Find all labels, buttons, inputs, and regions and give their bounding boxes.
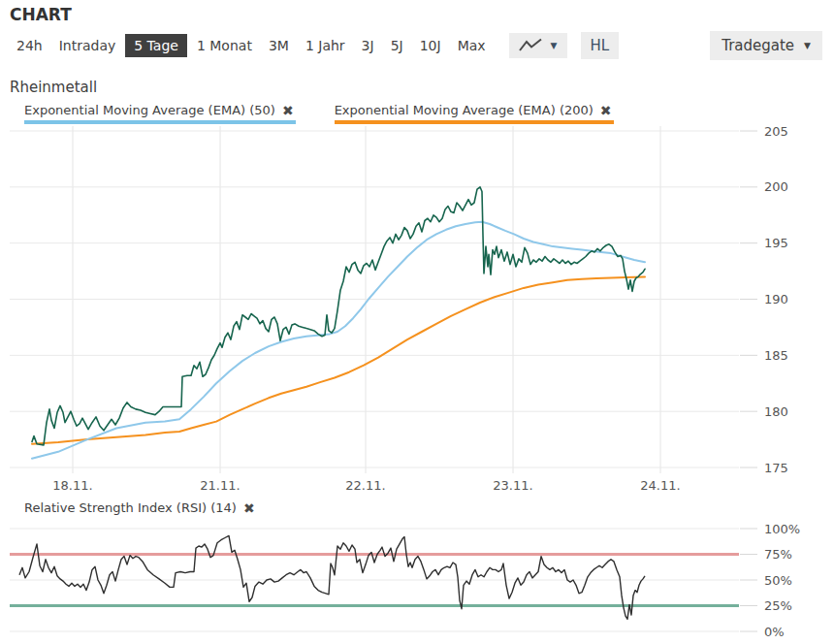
range-tab-5j[interactable]: 5J [384, 34, 410, 57]
indicator-label: Relative Strength Index (RSI) (14) [24, 500, 237, 515]
indicator-badge-rsi: Relative Strength Index (RSI) (14) ✖ [24, 500, 257, 518]
ema-50-line [32, 222, 645, 459]
rheinmetall-line [32, 187, 645, 445]
chevron-down-icon: ▼ [804, 42, 811, 50]
indicator-badge-ema50: Exponential Moving Average (EMA) (50) ✖ [24, 103, 296, 124]
y-tick-label: 100% [764, 522, 800, 536]
close-icon[interactable]: ✖ [600, 104, 612, 117]
page-title: CHART [10, 5, 834, 24]
range-tab-max[interactable]: Max [451, 34, 493, 57]
range-tab-3j[interactable]: 3J [355, 34, 381, 57]
rsi-chart: 100%75%50%25%0% [0, 518, 834, 636]
y-tick-label: 0% [764, 625, 785, 637]
indicator-label: Exponential Moving Average (EMA) (200) [335, 103, 593, 117]
y-tick-label: 205 [764, 124, 788, 139]
x-tick-label: 24.11. [640, 478, 680, 493]
range-tab-intraday[interactable]: Intraday [52, 34, 123, 57]
close-icon[interactable]: ✖ [243, 501, 255, 515]
hl-button[interactable]: HL [581, 32, 620, 59]
range-tab-1-jahr[interactable]: 1 Jahr [299, 34, 352, 57]
indicator-badge-ema200: Exponential Moving Average (EMA) (200) ✖ [335, 103, 614, 124]
y-tick-label: 50% [764, 573, 792, 588]
y-tick-label: 200 [764, 179, 788, 194]
price-chart: 18.11.21.11.22.11.23.11.24.11.2052001951… [0, 124, 834, 499]
x-tick-label: 22.11. [345, 478, 385, 493]
x-tick-label: 18.11. [52, 478, 92, 493]
y-tick-label: 195 [764, 236, 788, 250]
chevron-down-icon: ▼ [551, 42, 558, 50]
y-tick-label: 185 [764, 348, 788, 363]
y-tick-label: 180 [764, 404, 788, 419]
range-tab-10j[interactable]: 10J [413, 34, 448, 57]
indicator-label: Exponential Moving Average (EMA) (50) [24, 103, 275, 117]
y-tick-label: 25% [764, 598, 792, 613]
range-tab-3m[interactable]: 3M [262, 34, 296, 57]
x-tick-label: 23.11. [493, 478, 532, 493]
y-tick-label: 190 [764, 292, 788, 306]
range-tab-1-monat[interactable]: 1 Monat [190, 34, 259, 57]
rsi-badge-row: Relative Strength Index (RSI) (14) ✖ [24, 500, 834, 518]
exchange-selector[interactable]: Tradegate ▼ [710, 31, 822, 60]
indicator-badges: Exponential Moving Average (EMA) (50) ✖ … [24, 103, 834, 124]
range-tab-24h[interactable]: 24h [10, 34, 49, 57]
exchange-selector-label: Tradegate [722, 37, 794, 54]
y-tick-label: 75% [764, 547, 792, 562]
instrument-name: Rheinmetall [10, 79, 834, 96]
line-chart-icon [519, 38, 543, 53]
close-icon[interactable]: ✖ [282, 104, 294, 117]
chart-type-button[interactable]: ▼ [509, 33, 567, 58]
range-tab-5-tage[interactable]: 5 Tage [125, 34, 187, 57]
y-tick-label: 175 [764, 461, 788, 475]
chart-toolbar: 24h Intraday 5 Tage 1 Monat 3M 1 Jahr 3J… [10, 31, 824, 60]
x-tick-label: 21.11. [200, 478, 240, 493]
